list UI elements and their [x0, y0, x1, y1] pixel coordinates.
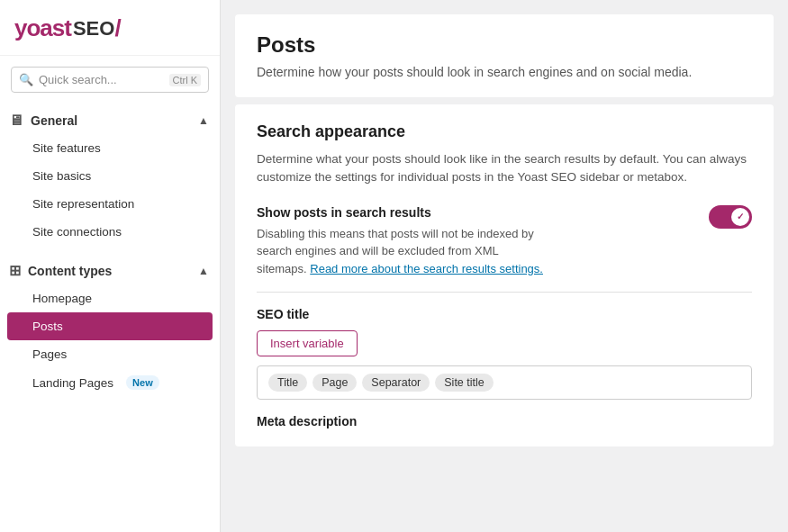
tag-title: Title	[268, 374, 307, 392]
chevron-up-icon: ▲	[198, 114, 209, 127]
sidebar-item-site-features[interactable]: Site features	[0, 134, 220, 162]
sidebar-item-label: Landing Pages	[32, 376, 113, 390]
show-in-search-description: Disabling this means that posts will not…	[257, 225, 545, 278]
logo-slash: /	[114, 14, 121, 42]
sidebar-section-general: 🖥 General ▲ Site features Site basics Si…	[0, 96, 220, 246]
general-section-title: 🖥 General	[9, 113, 77, 129]
main-content: Posts Determine how your posts should lo…	[221, 0, 788, 532]
sidebar-item-label: Homepage	[32, 292, 92, 305]
sidebar-item-homepage[interactable]: Homepage	[0, 284, 220, 312]
logo-yoast-text: yoast	[14, 14, 71, 42]
tag-site-title: Site title	[435, 374, 493, 392]
sidebar-item-label: Site basics	[32, 169, 91, 183]
show-in-search-row: Show posts in search results Disabling t…	[257, 205, 752, 278]
search-shortcut: Ctrl K	[169, 74, 202, 86]
divider	[257, 292, 752, 293]
seo-title-section: SEO title Insert variable Title Page Sep…	[257, 307, 752, 400]
sidebar: yoast SEO/ 🔍 Quick search... Ctrl K 🖥 Ge…	[0, 0, 221, 532]
sidebar-item-site-basics[interactable]: Site basics	[0, 162, 220, 190]
sidebar-item-pages[interactable]: Pages	[0, 340, 220, 368]
sidebar-item-site-connections[interactable]: Site connections	[0, 218, 220, 246]
show-in-search-label-group: Show posts in search results Disabling t…	[257, 205, 694, 278]
insert-variable-button[interactable]: Insert variable	[257, 330, 358, 356]
new-badge: New	[126, 375, 159, 390]
logo: yoast SEO/	[14, 14, 205, 42]
search-results-link[interactable]: Read more about the search results setti…	[310, 262, 543, 275]
seo-title-tags-input[interactable]: Title Page Separator Site title	[257, 365, 752, 400]
sidebar-item-site-representation[interactable]: Site representation	[0, 190, 220, 218]
sidebar-item-landing-pages[interactable]: Landing Pages New	[0, 368, 220, 397]
content-types-section-header[interactable]: ⊞ Content types ▲	[0, 257, 220, 284]
sidebar-section-content-types: ⊞ Content types ▲ Homepage Posts Pages L…	[0, 246, 220, 397]
meta-description-label: Meta description	[257, 414, 752, 428]
search-icon: 🔍	[19, 73, 33, 86]
chevron-up-icon-2: ▲	[198, 265, 209, 277]
toggle-check-icon: ✓	[737, 212, 744, 221]
toggle-track: ✓	[709, 205, 752, 229]
sidebar-item-label: Site connections	[32, 225, 122, 239]
logo-area: yoast SEO/	[0, 0, 220, 56]
page-subtitle: Determine how your posts should look in …	[257, 65, 752, 79]
search-appearance-card: Search appearance Determine what your po…	[235, 104, 774, 446]
tag-page: Page	[312, 374, 357, 392]
search-appearance-description: Determine what your posts should look li…	[257, 150, 752, 187]
logo-seo-text: SEO	[73, 17, 114, 41]
search-appearance-title: Search appearance	[257, 122, 752, 141]
seo-title-label: SEO title	[257, 307, 752, 321]
sidebar-item-posts[interactable]: Posts	[7, 312, 213, 340]
search-bar[interactable]: 🔍 Quick search... Ctrl K	[11, 67, 209, 93]
general-section-header[interactable]: 🖥 General ▲	[0, 107, 220, 134]
monitor-icon: 🖥	[9, 113, 23, 129]
search-placeholder: Quick search...	[39, 73, 164, 86]
tag-separator: Separator	[362, 374, 430, 392]
show-in-search-label: Show posts in search results	[257, 205, 694, 220]
page-header-card: Posts Determine how your posts should lo…	[235, 14, 774, 97]
general-label: General	[31, 113, 77, 128]
sidebar-item-label: Site representation	[32, 197, 134, 211]
grid-icon: ⊞	[9, 262, 21, 279]
sidebar-item-label: Site features	[32, 141, 101, 155]
sidebar-item-label: Pages	[32, 347, 67, 361]
sidebar-item-label: Posts	[32, 320, 63, 333]
show-in-search-toggle[interactable]: ✓	[709, 205, 752, 229]
toggle-thumb: ✓	[731, 208, 749, 226]
content-types-section-title: ⊞ Content types	[9, 262, 112, 279]
content-types-label: Content types	[28, 264, 112, 278]
page-title: Posts	[257, 32, 752, 58]
